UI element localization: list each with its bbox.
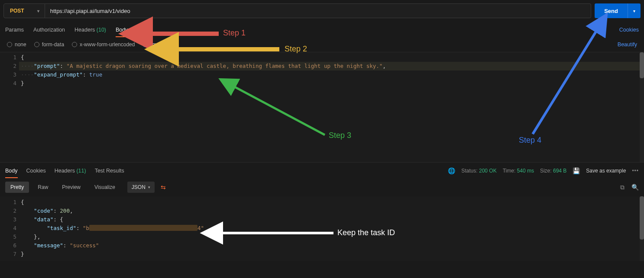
save-icon[interactable]: 💾 [573,167,580,174]
response-headers-count: (11) [76,168,86,174]
response-tab-headers[interactable]: Headers (11) [55,166,86,176]
http-method-select[interactable]: POST ▾ [3,3,45,18]
save-as-example[interactable]: Save as example [586,168,626,174]
beautify-link[interactable]: Beautify [618,42,637,48]
radio-icon [72,42,77,47]
scrollbar[interactable] [640,52,644,162]
cookies-link[interactable]: Cookies [619,27,639,33]
body-type-x-www-form-urlencoded[interactable]: x-www-form-urlencoded [72,42,135,48]
scrollbar[interactable] [640,196,644,261]
more-icon[interactable]: ••• [632,168,639,174]
step3-label: Step 3 [329,131,351,140]
view-visualize[interactable]: Visualize [89,182,120,193]
headers-count: (10) [97,27,106,33]
size-value: 694 B [553,168,566,174]
tab-body[interactable]: Body • [116,24,133,35]
network-icon: 🌐 [448,167,455,174]
search-icon[interactable]: 🔍 [631,184,639,191]
radio-icon [142,42,148,47]
view-preview[interactable]: Preview [57,182,86,193]
step1-label: Step 1 [223,29,246,38]
http-method-label: POST [10,8,24,14]
response-tab-cookies[interactable]: Cookies [26,166,46,176]
send-button[interactable]: Send [595,3,628,18]
body-type-raw[interactable]: raw [142,42,159,48]
gutter: 1234567 [0,197,21,261]
gutter: 1234 [0,52,21,162]
keep-task-id-label: Keep the task ID [337,228,395,237]
radio-icon [34,42,39,47]
step2-label: Step 2 [285,45,307,54]
tab-authorization[interactable]: Authorization [33,24,65,35]
response-tab-test-results[interactable]: Test Results [95,166,124,176]
url-input[interactable] [45,3,592,18]
request-body-editor[interactable]: 1234 { ····"prompt": "A majestic dragon … [0,52,644,162]
chevron-down-icon: ▾ [148,185,150,189]
body-type-none[interactable]: none [7,42,26,48]
view-pretty[interactable]: Pretty [5,182,29,193]
response-tab-body[interactable]: Body [5,166,18,176]
send-dropdown[interactable]: ▾ [628,3,641,18]
response-format-select[interactable]: JSON ▾ [127,182,155,193]
copy-icon[interactable]: ⧉ [620,184,625,191]
redacted-task-id [89,225,197,231]
body-dirty-dot: • [131,26,133,33]
tab-headers[interactable]: Headers (10) [74,24,106,35]
wrap-lines-icon[interactable]: ⇆ [161,184,166,191]
chevron-down-icon: ▾ [37,9,39,13]
radio-icon [7,42,12,47]
tab-params[interactable]: Params [5,24,24,35]
view-raw[interactable]: Raw [32,182,53,193]
status-value: 200 OK [479,168,497,174]
step4-label: Step 4 [519,136,541,145]
time-value: 540 ms [517,168,534,174]
body-type-form-data[interactable]: form-data [34,42,64,48]
response-body-viewer[interactable]: 1234567 { "code": 200, "data": { "task_i… [0,196,644,261]
